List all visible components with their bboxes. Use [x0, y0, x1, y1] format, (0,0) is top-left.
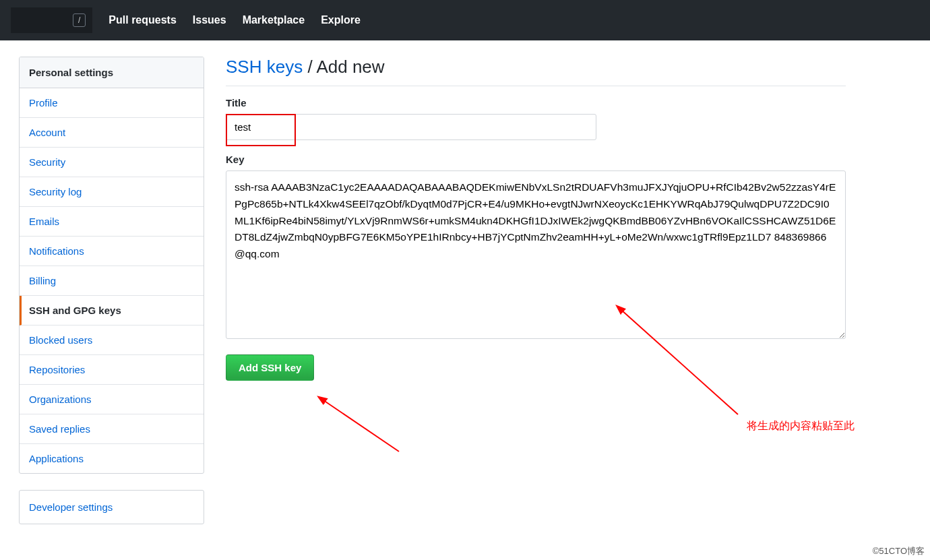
sidebar-item-emails[interactable]: Emails: [20, 207, 204, 237]
page-title: SSH keys / Add new: [226, 57, 846, 86]
sidebar-item-ssh-gpg-keys: SSH and GPG keys: [20, 296, 204, 325]
sidebar-item-saved-replies[interactable]: Saved replies: [20, 414, 204, 444]
sidebar-item-blocked-users[interactable]: Blocked users: [20, 325, 204, 355]
page-title-rest: Add new: [316, 57, 384, 77]
title-label: Title: [226, 97, 846, 108]
key-textarea[interactable]: [226, 170, 846, 339]
slash-shortcut-icon: /: [73, 13, 86, 27]
developer-settings-menu: Developer settings: [19, 490, 204, 524]
annotation-text: 将生成的内容粘贴至此: [747, 419, 855, 433]
primary-nav: Pull requests Issues Marketplace Explore: [108, 14, 360, 26]
sidebar-item-billing[interactable]: Billing: [20, 266, 204, 296]
personal-settings-menu: Personal settings Profile Account Securi…: [19, 57, 204, 474]
settings-sidebar: Personal settings Profile Account Securi…: [19, 57, 204, 540]
sidebar-item-notifications[interactable]: Notifications: [20, 237, 204, 266]
key-label: Key: [226, 154, 846, 165]
top-navbar: / Pull requests Issues Marketplace Explo…: [0, 0, 930, 40]
search-area[interactable]: /: [11, 7, 92, 33]
sidebar-item-security-log[interactable]: Security log: [20, 177, 204, 207]
nav-explore[interactable]: Explore: [321, 14, 361, 26]
sidebar-item-security[interactable]: Security: [20, 148, 204, 177]
sidebar-item-organizations[interactable]: Organizations: [20, 385, 204, 414]
main-content: SSH keys / Add new Title Key Add SSH key: [226, 57, 913, 540]
nav-pull-requests[interactable]: Pull requests: [108, 14, 176, 26]
sidebar-header: Personal settings: [20, 57, 204, 88]
sidebar-item-account[interactable]: Account: [20, 118, 204, 148]
sidebar-item-repositories[interactable]: Repositories: [20, 355, 204, 385]
nav-marketplace[interactable]: Marketplace: [243, 14, 305, 26]
watermark: ©51CTO博客: [873, 545, 925, 557]
sidebar-item-developer-settings[interactable]: Developer settings: [20, 491, 204, 524]
page-title-sep: /: [303, 57, 316, 77]
nav-issues[interactable]: Issues: [193, 14, 226, 26]
add-ssh-key-button[interactable]: Add SSH key: [226, 354, 314, 381]
sidebar-item-applications[interactable]: Applications: [20, 444, 204, 473]
sidebar-item-profile[interactable]: Profile: [20, 88, 204, 118]
page-title-link[interactable]: SSH keys: [226, 57, 303, 77]
title-input[interactable]: [226, 114, 596, 140]
